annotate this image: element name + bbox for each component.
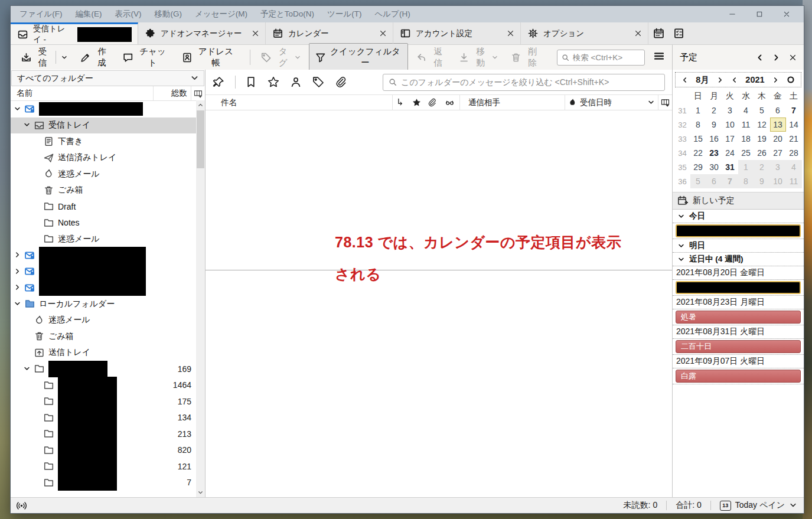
menu-item-7[interactable]: ツール(T) (322, 7, 367, 21)
folder-row-redacted[interactable]: 820 (11, 442, 205, 459)
starred-filter-icon[interactable] (268, 76, 279, 88)
day-cell[interactable]: 11 (786, 174, 802, 188)
column-date[interactable]: 受信日時 (580, 95, 644, 110)
folder-row-迷惑メール[interactable]: 迷惑メール (11, 231, 205, 247)
day-cell[interactable]: 5 (754, 103, 770, 117)
open-calendar-tab-button[interactable] (648, 22, 668, 44)
im-status-icon[interactable] (17, 501, 27, 511)
day-cell[interactable]: 26 (754, 146, 770, 160)
close-window-button[interactable] (778, 8, 795, 21)
chevron-down-icon[interactable] (14, 106, 21, 112)
day-cell[interactable]: 12 (754, 117, 770, 132)
day-cell[interactable]: 23 (706, 146, 722, 160)
folder-row-送信済みトレイ[interactable]: 送信済みトレイ (11, 150, 205, 167)
folder-row-redacted[interactable]: 7 (11, 475, 205, 491)
day-cell[interactable]: 22 (690, 146, 706, 160)
event-title[interactable]: 処暑 (676, 311, 801, 324)
day-cell[interactable]: 25 (738, 146, 754, 160)
column-thread[interactable] (392, 95, 409, 110)
column-picker-button[interactable] (191, 86, 205, 100)
chevron-down-icon[interactable] (24, 365, 30, 372)
day-cell[interactable]: 6 (706, 174, 722, 188)
day-cell[interactable]: 6 (770, 103, 786, 117)
tab-account-settings[interactable]: アカウント設定 (393, 22, 521, 44)
redacted-event[interactable] (676, 224, 801, 237)
day-cell[interactable]: 9 (706, 117, 722, 132)
reply-button[interactable]: 返信 (412, 43, 451, 71)
today-pane-prev-button[interactable] (756, 54, 764, 61)
day-cell[interactable]: 5 (690, 174, 706, 188)
folder-view-selector[interactable]: すべてのフォルダー (11, 70, 204, 86)
prev-year-button[interactable] (731, 77, 738, 83)
today-cell[interactable]: 13 (770, 117, 786, 132)
column-correspondents[interactable]: 通信相手 (459, 95, 565, 110)
next-month-button[interactable] (717, 77, 723, 83)
chevron-right-icon[interactable] (14, 284, 21, 290)
day-cell[interactable]: 8 (690, 117, 706, 132)
column-total[interactable]: 総数 (153, 86, 191, 100)
tag-button[interactable]: タグ (256, 43, 305, 71)
column-read[interactable] (439, 95, 459, 110)
open-tasks-tab-button[interactable] (668, 22, 689, 44)
prev-month-button[interactable] (681, 77, 688, 83)
day-cell[interactable]: 2 (706, 103, 722, 117)
menu-item-4[interactable]: 移動(G) (149, 7, 188, 21)
day-cell[interactable]: 2 (754, 160, 770, 174)
chevron-right-icon[interactable] (14, 268, 21, 275)
tab-options[interactable]: オプション (521, 22, 648, 44)
tab-calendar[interactable]: カレンダー (266, 22, 393, 44)
chevron-down-icon[interactable] (24, 122, 30, 128)
day-cell[interactable]: 4 (786, 160, 802, 174)
folder-row-受信トレイ[interactable]: 受信トレイ (11, 117, 205, 134)
day-cell[interactable]: 31 (722, 160, 738, 174)
today-button[interactable] (787, 76, 795, 84)
tab-close-icon[interactable] (252, 30, 259, 37)
folder-row-redacted[interactable] (11, 263, 205, 280)
menu-item-8[interactable]: ヘルプ(H) (369, 7, 415, 21)
filter-search-box[interactable] (383, 74, 665, 91)
day-cell[interactable]: 15 (690, 132, 706, 146)
folder-row-redacted[interactable] (11, 247, 205, 264)
menu-item-3[interactable]: 表示(V) (110, 7, 147, 21)
folder-row-redacted[interactable]: 134 (11, 410, 205, 426)
day-cell[interactable]: 14 (786, 117, 802, 132)
unread-filter-icon[interactable] (245, 76, 257, 88)
folder-row-Notes[interactable]: Notes (11, 215, 205, 231)
day-cell[interactable]: 8 (738, 174, 754, 188)
tab-addons[interactable]: アドオンマネージャー (138, 22, 266, 44)
folder-row-redacted[interactable] (11, 101, 205, 117)
quick-filter-button[interactable]: クイックフィルター (309, 43, 408, 71)
chat-button[interactable]: チャット (118, 43, 174, 71)
column-subject[interactable]: 件名 (206, 95, 392, 110)
app-menu-button[interactable] (653, 50, 665, 64)
day-cell[interactable]: 30 (706, 160, 722, 174)
agenda-event[interactable]: 処暑 (673, 309, 804, 325)
tag-filter-icon[interactable] (312, 76, 324, 88)
today-pane-next-button[interactable] (772, 54, 780, 61)
day-cell[interactable]: 3 (770, 160, 786, 174)
day-cell[interactable]: 29 (690, 160, 706, 174)
next-year-button[interactable] (772, 77, 779, 83)
agenda-event[interactable]: 白露 (673, 368, 804, 384)
delete-button[interactable]: 削除 (506, 43, 545, 71)
tab-close-icon[interactable] (507, 30, 514, 37)
day-cell[interactable]: 7 (786, 103, 802, 117)
scroll-down-button[interactable] (196, 488, 205, 497)
column-junk[interactable] (565, 95, 580, 110)
global-search-input[interactable] (573, 53, 640, 62)
day-cell[interactable]: 11 (738, 117, 754, 132)
today-pane-toggle[interactable]: Today ペイン (735, 500, 785, 511)
day-cell[interactable]: 9 (754, 174, 770, 188)
move-button[interactable]: 移動 (454, 43, 503, 71)
agenda-event[interactable] (673, 223, 804, 239)
column-starred[interactable] (409, 95, 424, 110)
day-cell[interactable]: 10 (770, 174, 786, 188)
event-title[interactable]: 二百十日 (676, 340, 801, 353)
day-cell[interactable]: 7 (722, 174, 738, 188)
global-search-box[interactable] (557, 50, 645, 66)
folder-row-送信トレイ[interactable]: 送信トレイ (11, 345, 205, 361)
day-cell[interactable]: 28 (786, 146, 802, 160)
folder-scrollbar[interactable] (196, 100, 205, 497)
sticky-filter-icon[interactable] (213, 76, 224, 88)
agenda-event[interactable] (673, 280, 804, 296)
